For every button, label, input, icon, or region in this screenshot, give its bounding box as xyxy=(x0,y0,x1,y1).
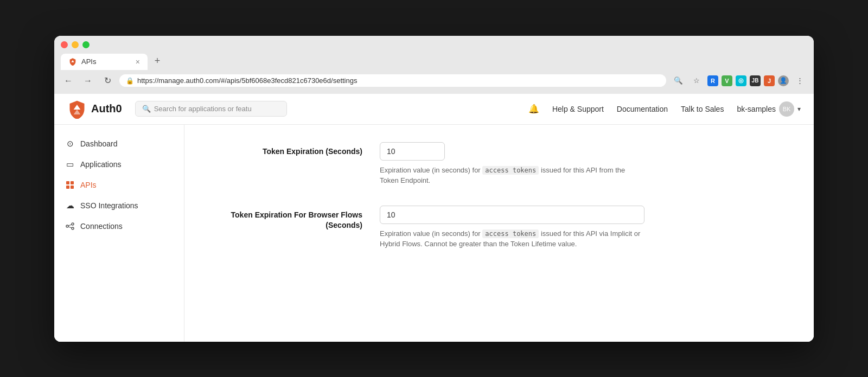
user-name: bk-samples xyxy=(737,105,776,113)
applications-icon: ▭ xyxy=(65,159,75,169)
apis-icon xyxy=(65,180,75,190)
sidebar-label-sso: SSO Integrations xyxy=(80,201,138,210)
browser-token-control-col: Expiration value (in seconds) for access… xyxy=(380,206,644,250)
browser-token-help: Expiration value (in seconds) for access… xyxy=(380,228,644,250)
browser-token-expiration-row: Token Expiration For Browser Flows (Seco… xyxy=(210,206,644,250)
auth0-logo-icon xyxy=(67,99,87,119)
svg-rect-3 xyxy=(71,186,74,189)
forward-button[interactable]: → xyxy=(80,73,95,88)
svg-rect-1 xyxy=(71,181,74,184)
sidebar-label-apis: APIs xyxy=(80,181,97,189)
global-search[interactable]: 🔍 Search for applications or featu xyxy=(135,101,287,117)
ext-icon-3[interactable]: ◎ xyxy=(736,75,746,86)
main-layout: ⊙ Dashboard ▭ Applications xyxy=(54,125,814,342)
sidebar-item-applications[interactable]: ▭ Applications xyxy=(54,154,184,175)
new-tab-button[interactable]: + xyxy=(150,54,165,69)
address-bar-row: ← → ↻ 🔒 https://manage.auth0.com/#/apis/… xyxy=(54,70,814,94)
form-section: Token Expiration (Seconds) Expiration va… xyxy=(210,142,644,250)
talk-to-sales-link[interactable]: Talk to Sales xyxy=(681,105,724,113)
ext-icon-2[interactable]: V xyxy=(722,75,732,86)
top-nav: Auth0 🔍 Search for applications or featu… xyxy=(54,94,814,125)
connections-icon xyxy=(65,221,75,231)
help-support-link[interactable]: Help & Support xyxy=(552,105,604,113)
lock-icon: 🔒 xyxy=(126,77,134,85)
ext-icon-6[interactable]: 👤 xyxy=(778,75,789,86)
documentation-link[interactable]: Documentation xyxy=(617,105,668,113)
browser-token-help-code: access tokens xyxy=(482,229,539,238)
bookmark-button[interactable]: ☆ xyxy=(689,73,704,88)
tab-close-button[interactable]: × xyxy=(136,58,140,66)
search-icon: 🔍 xyxy=(142,105,151,113)
token-expiration-help-code: access tokens xyxy=(482,166,539,175)
sidebar-label-applications: Applications xyxy=(80,160,122,169)
sidebar-item-apis[interactable]: APIs xyxy=(54,175,184,195)
logo-text: Auth0 xyxy=(91,103,122,115)
tab-favicon-icon xyxy=(68,57,77,66)
ext-icon-1[interactable]: R xyxy=(707,75,718,86)
user-menu[interactable]: bk-samples BK ▾ xyxy=(737,101,801,117)
svg-point-5 xyxy=(72,223,74,225)
ext-icon-4[interactable]: JB xyxy=(750,75,761,86)
minimize-button[interactable] xyxy=(72,41,79,48)
svg-point-4 xyxy=(66,225,68,227)
token-expiration-control-col: Expiration value (in seconds) for access… xyxy=(380,142,644,186)
browser-token-label-col: Token Expiration For Browser Flows (Seco… xyxy=(210,206,362,231)
notifications-bell[interactable]: 🔔 xyxy=(528,104,539,114)
sidebar-label-connections: Connections xyxy=(80,222,123,231)
sidebar-item-connections[interactable]: Connections xyxy=(54,216,184,237)
browser-window: APIs × + ← → ↻ 🔒 https://manage.auth0.co… xyxy=(54,36,814,342)
logo-area: Auth0 xyxy=(67,99,122,119)
token-expiration-label: Token Expiration (Seconds) xyxy=(263,147,362,156)
tab-label: APIs xyxy=(81,57,96,66)
search-icon-button[interactable]: 🔍 xyxy=(671,73,686,88)
browser-token-label: Token Expiration For Browser Flows (Seco… xyxy=(231,210,362,230)
browser-chrome: APIs × + xyxy=(54,36,814,70)
svg-rect-0 xyxy=(66,181,69,184)
app-container: Auth0 🔍 Search for applications or featu… xyxy=(54,94,814,342)
svg-line-7 xyxy=(68,225,72,226)
extension-icons: R V ◎ JB J 👤 xyxy=(707,75,789,86)
dashboard-icon: ⊙ xyxy=(65,139,75,149)
sso-icon: ☁ xyxy=(65,201,75,210)
nav-links: 🔔 Help & Support Documentation Talk to S… xyxy=(528,101,801,117)
maximize-button[interactable] xyxy=(82,41,90,48)
active-tab[interactable]: APIs × xyxy=(61,54,148,70)
sidebar-item-sso[interactable]: ☁ SSO Integrations xyxy=(54,195,184,216)
back-button[interactable]: ← xyxy=(61,73,76,88)
browser-token-expiration-input[interactable] xyxy=(380,206,644,224)
refresh-button[interactable]: ↻ xyxy=(100,73,115,88)
sidebar-label-dashboard: Dashboard xyxy=(80,139,118,148)
traffic-lights xyxy=(61,41,807,48)
more-button[interactable]: ⋮ xyxy=(792,73,807,88)
browser-actions: 🔍 ☆ R V ◎ JB J 👤 ⋮ xyxy=(671,73,807,88)
token-expiration-label-col: Token Expiration (Seconds) xyxy=(210,142,362,157)
address-bar[interactable]: 🔒 https://manage.auth0.com/#/apis/5bf606… xyxy=(119,74,666,87)
search-placeholder: Search for applications or featu xyxy=(154,105,252,113)
user-dropdown-icon: ▾ xyxy=(797,105,801,113)
tab-bar: APIs × + xyxy=(61,54,807,70)
sidebar-item-dashboard[interactable]: ⊙ Dashboard xyxy=(54,133,184,154)
token-expiration-input[interactable] xyxy=(380,142,445,161)
browser-token-help-text: Expiration value (in seconds) for xyxy=(380,229,481,238)
token-expiration-row: Token Expiration (Seconds) Expiration va… xyxy=(210,142,644,186)
ext-icon-5[interactable]: J xyxy=(764,75,775,86)
token-expiration-help-text: Expiration value (in seconds) for xyxy=(380,166,481,174)
user-avatar: BK xyxy=(779,101,794,117)
content-area: Token Expiration (Seconds) Expiration va… xyxy=(184,125,814,342)
svg-point-6 xyxy=(72,227,74,229)
svg-line-8 xyxy=(68,227,72,228)
token-expiration-help: Expiration value (in seconds) for access… xyxy=(380,165,644,186)
sidebar: ⊙ Dashboard ▭ Applications xyxy=(54,125,184,342)
svg-rect-2 xyxy=(66,186,69,189)
address-text: https://manage.auth0.com/#/apis/5bf6068e… xyxy=(137,76,660,85)
close-button[interactable] xyxy=(61,41,68,48)
